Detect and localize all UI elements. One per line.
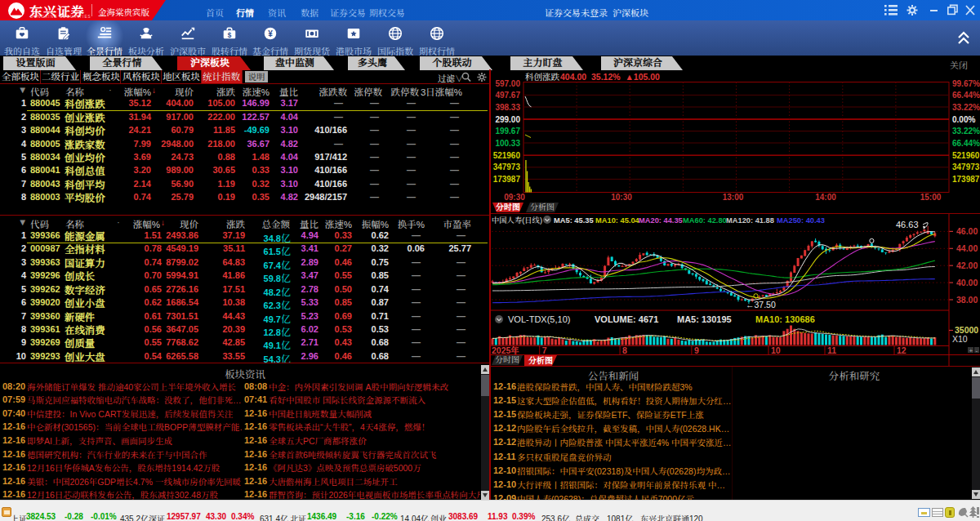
svg-text:33.22%: 33.22% <box>952 103 980 112</box>
svg-text:$: $ <box>228 32 232 39</box>
svg-text:09:30: 09:30 <box>504 193 525 202</box>
svg-text:10: 10 <box>771 345 781 355</box>
svg-text:497.67: 497.67 <box>495 91 520 100</box>
svg-text:中国人寿(日线): 中国人寿(日线) <box>492 216 542 225</box>
svg-text:46.00: 46.00 <box>956 226 978 236</box>
svg-text:173987: 173987 <box>493 175 521 184</box>
svg-text:9: 9 <box>694 345 699 355</box>
svg-text:MA10: 45.04: MA10: 45.04 <box>595 216 640 225</box>
svg-text:MA20: 44.35: MA20: 44.35 <box>639 216 683 225</box>
svg-text:11: 11 <box>827 345 836 355</box>
svg-text:347973: 347973 <box>493 163 521 171</box>
svg-text:¥: ¥ <box>268 29 273 38</box>
svg-text:14:00: 14:00 <box>815 193 836 202</box>
svg-text:404.00 35.12% ▲105.00: 404.00 35.12% ▲105.00 <box>560 72 660 82</box>
svg-text:VOLUME: 4671: VOLUME: 4671 <box>595 314 658 324</box>
svg-text:+: + <box>969 347 973 354</box>
svg-text:66.44%: 66.44% <box>952 91 980 100</box>
svg-text:44.00: 44.00 <box>956 243 978 253</box>
svg-text:38.00: 38.00 <box>956 295 978 305</box>
svg-text:←37.50: ←37.50 <box>746 300 776 309</box>
svg-text:398.33: 398.33 <box>495 103 520 112</box>
svg-text:40.00: 40.00 <box>956 278 978 287</box>
svg-text:199.67: 199.67 <box>495 127 520 136</box>
svg-text:MA5: 45.35: MA5: 45.35 <box>554 216 594 225</box>
svg-text:347973: 347973 <box>952 163 980 171</box>
svg-text:42.00: 42.00 <box>956 260 978 270</box>
svg-text:66.44%: 66.44% <box>952 139 980 148</box>
svg-text:33.22%: 33.22% <box>952 127 980 136</box>
svg-text:46.63: 46.63 <box>896 220 919 229</box>
svg-text:10:30: 10:30 <box>611 193 632 202</box>
svg-text:MA60: 42.80: MA60: 42.80 <box>683 216 727 225</box>
svg-text:173987: 173987 <box>952 175 980 184</box>
svg-text:521960: 521960 <box>952 151 980 160</box>
svg-text:521960: 521960 <box>493 151 521 160</box>
svg-text:X10: X10 <box>952 334 968 344</box>
svg-text:12: 12 <box>897 345 906 355</box>
svg-text:MA10: 130686: MA10: 130686 <box>755 314 815 324</box>
svg-text:15:00: 15:00 <box>920 193 942 202</box>
svg-text:0.00%: 0.00% <box>952 115 975 124</box>
svg-text:7: 7 <box>542 345 547 355</box>
svg-text:597.00: 597.00 <box>495 79 520 88</box>
svg-text:13:00: 13:00 <box>723 193 744 202</box>
svg-text:8: 8 <box>622 345 627 355</box>
svg-text:-: - <box>976 347 978 354</box>
svg-text:MA5: 130195: MA5: 130195 <box>677 314 732 324</box>
svg-text:299.00: 299.00 <box>495 115 520 124</box>
svg-text:VOL-TDX(5,10): VOL-TDX(5,10) <box>508 314 570 324</box>
svg-text:科创涨跌: 科创涨跌 <box>525 72 559 82</box>
svg-text:MA120: 41.88: MA120: 41.88 <box>726 216 774 225</box>
svg-text:MA250: 40.43: MA250: 40.43 <box>777 216 825 225</box>
svg-text:100.33: 100.33 <box>495 139 520 148</box>
svg-text:99.67%: 99.67% <box>952 79 980 88</box>
svg-text:2025年: 2025年 <box>492 345 519 355</box>
